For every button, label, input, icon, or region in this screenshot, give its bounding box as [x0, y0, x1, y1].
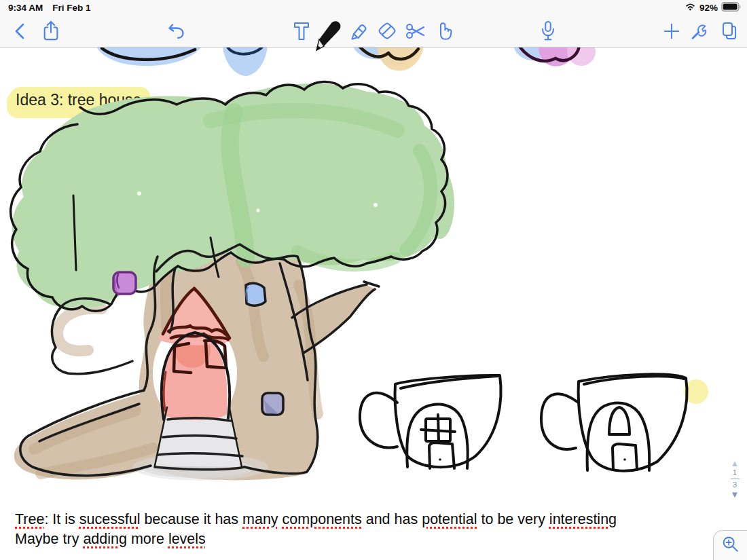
settings-wrench-icon[interactable] [689, 20, 710, 42]
microphone-icon[interactable] [537, 20, 559, 43]
note-title-highlight: Idea 3: tree house [10, 87, 151, 114]
total-pages-number: 3 [733, 481, 737, 489]
eraser-tool-icon[interactable] [376, 20, 398, 42]
battery-icon [721, 2, 742, 14]
note-text-segment: because it has [140, 511, 242, 527]
page-number-divider [731, 479, 740, 479]
misspelled-word: many [242, 511, 278, 527]
back-chevron-icon[interactable] [12, 22, 29, 40]
pages-icon[interactable] [718, 20, 739, 42]
share-icon[interactable] [41, 18, 61, 43]
status-time: 9:34 AM [8, 3, 43, 13]
note-title: Idea 3: tree house [10, 91, 151, 109]
notes-text: Tree: It is sucessful because it has man… [15, 510, 735, 549]
magnifier-button[interactable] [713, 530, 747, 560]
current-page-number: 1 [733, 468, 737, 477]
misspelled-word: Tree [15, 511, 44, 527]
page-up-triangle-icon[interactable]: ▲ [731, 459, 740, 468]
status-date: Fri Feb 1 [52, 3, 90, 13]
misspelled-word: components [283, 511, 362, 527]
page-navigator: ▲ 1 3 ▼ [727, 459, 742, 499]
misspelled-word: levels [168, 531, 206, 547]
note-text-segment: Maybe try [15, 531, 83, 547]
magnifier-icon [721, 534, 741, 557]
status-bar: 9:34 AM Fri Feb 1 92% [0, 0, 747, 15]
toolbar [0, 15, 747, 48]
note-text-segment: : It is [44, 511, 79, 527]
note-line: Tree: It is sucessful because it has man… [15, 510, 735, 529]
misspelled-word: interesting [549, 511, 617, 527]
add-icon[interactable] [661, 21, 682, 41]
note-text-segment: to be very [477, 511, 549, 527]
note-line: Maybe try adding more levels [15, 529, 735, 549]
pencil-tool-icon[interactable] [310, 16, 342, 56]
highlighter-tool-icon[interactable] [348, 20, 369, 42]
drawing-canvas[interactable] [0, 48, 747, 560]
note-text-segment: and has [362, 511, 422, 527]
undo-icon[interactable] [167, 22, 186, 40]
battery-percent: 92% [699, 3, 718, 13]
page-down-triangle-icon[interactable]: ▼ [731, 490, 740, 499]
misspelled-word: potential [422, 511, 477, 527]
text-tool-icon[interactable] [292, 21, 311, 41]
tap-tool-icon[interactable] [433, 20, 456, 43]
misspelled-word: adding [83, 531, 127, 547]
misspelled-word: sucessful [79, 511, 141, 527]
note-text-segment: more [127, 531, 168, 547]
scissors-tool-icon[interactable] [405, 20, 428, 42]
wifi-icon [685, 2, 696, 14]
